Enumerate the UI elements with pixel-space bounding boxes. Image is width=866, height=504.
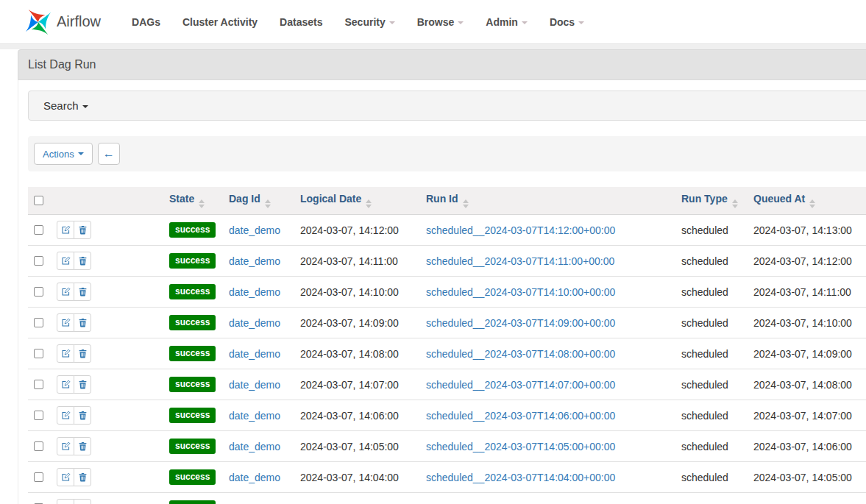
edit-button[interactable] [57,499,74,504]
row-checkbox[interactable] [34,441,43,451]
edit-button[interactable] [57,283,74,301]
row-actions [57,283,91,301]
logical-date-value: 2024-03-07, 14:05:00 [300,441,399,452]
edit-button[interactable] [57,252,74,270]
edit-icon [61,349,71,358]
dag-id-link[interactable]: date_demo [229,410,280,422]
dag-id-link[interactable]: date_demo [229,379,280,391]
delete-button[interactable] [74,499,91,504]
delete-button[interactable] [74,375,91,394]
edit-button[interactable] [57,406,74,425]
nav-item-cluster-activity[interactable]: Cluster Activity [182,16,258,28]
run-id-link[interactable]: scheduled__2024-03-07T14:06:00+00:00 [426,410,615,422]
actions-toolbar: Actions ← [28,136,866,171]
row-actions [57,221,91,239]
table-row: success date_demo 2024-03-07, 14:08:00 s… [28,338,866,369]
nav-item-security[interactable]: Security [344,16,394,28]
status-badge: success [169,253,216,269]
delete-button[interactable] [74,344,91,363]
delete-button[interactable] [74,437,91,455]
queued-at-value: 2024-03-07, 14:11:00 [753,286,851,298]
delete-button[interactable] [74,283,91,301]
column-header-dag-id[interactable]: Dag Id [223,187,294,215]
dag-id-link[interactable]: date_demo [229,348,280,360]
run-id-link[interactable]: scheduled__2024-03-07T14:09:00+00:00 [426,317,615,329]
row-checkbox[interactable] [34,472,43,482]
search-toggle[interactable]: Search [43,99,88,112]
airflow-brand-link[interactable]: Airflow [24,8,101,36]
status-badge: success [169,222,216,238]
run-id-link[interactable]: scheduled__2024-03-07T14:05:00+00:00 [426,441,615,452]
run-id-link[interactable]: scheduled__2024-03-07T14:04:00+00:00 [426,472,615,483]
dag-id-link[interactable]: date_demo [229,472,280,483]
column-header-state[interactable]: State [163,187,223,215]
nav-item-docs[interactable]: Docs [550,16,584,28]
airflow-logo-icon [24,8,52,36]
run-id-link[interactable]: scheduled__2024-03-07T14:08:00+00:00 [426,348,615,360]
column-header-run-id[interactable]: Run Id [420,187,675,215]
sort-up-down-icon [809,199,815,208]
delete-button[interactable] [74,221,91,239]
row-checkbox[interactable] [34,411,43,420]
status-badge: success [169,315,216,330]
run-id-link[interactable]: scheduled__2024-03-07T14:12:00+00:00 [426,224,615,236]
sort-up-down-icon [732,199,738,208]
run-type-value: scheduled [681,348,728,360]
edit-icon [61,472,71,482]
back-button[interactable]: ← [98,143,120,165]
column-header-queued-at[interactable]: Queued At [748,187,866,215]
list-dag-run-panel: List Dag Run Search Actions ← [18,49,866,504]
actions-label: Actions [43,149,74,160]
logical-date-value: 2024-03-07, 14:07:00 [300,379,399,391]
caret-down-icon [389,21,395,24]
row-actions [57,252,91,270]
row-actions [57,437,91,455]
status-badge: success [169,500,216,504]
nav-item-browse[interactable]: Browse [417,16,464,28]
run-type-value: scheduled [681,286,728,298]
dag-id-link[interactable]: date_demo [229,317,280,329]
row-actions [57,375,91,394]
back-arrow-icon: ← [103,147,115,160]
column-header-run-type[interactable]: Run Type [675,187,748,215]
edit-button[interactable] [57,437,74,455]
row-actions [57,468,91,486]
edit-button[interactable] [57,221,74,239]
column-header-logical-date[interactable]: Logical Date [294,187,420,215]
delete-button[interactable] [74,406,91,425]
edit-button[interactable] [57,468,74,486]
row-checkbox[interactable] [34,256,43,266]
row-checkbox[interactable] [34,349,43,358]
trash-icon [78,318,88,327]
delete-button[interactable] [74,468,91,486]
edit-button[interactable] [57,375,74,394]
edit-button[interactable] [57,313,74,332]
dag-id-link[interactable]: date_demo [229,224,280,236]
run-id-link[interactable]: scheduled__2024-03-07T14:10:00+00:00 [426,286,615,298]
nav-item-dags[interactable]: DAGs [132,16,160,28]
run-id-link[interactable]: scheduled__2024-03-07T14:07:00+00:00 [426,379,615,391]
run-id-link[interactable]: scheduled__2024-03-07T14:11:00+00:00 [426,255,614,267]
table-row: success date_demo 2024-03-07, 14:07:00 s… [28,369,866,400]
status-badge: success [169,284,216,299]
logical-date-value: 2024-03-07, 14:08:00 [300,348,399,360]
delete-button[interactable] [74,252,91,270]
logical-date-value: 2024-03-07, 14:11:00 [300,255,398,267]
nav-item-admin[interactable]: Admin [486,16,528,28]
row-checkbox[interactable] [34,318,43,327]
actions-button[interactable]: Actions [34,143,93,165]
delete-button[interactable] [74,313,91,332]
row-actions [57,406,91,425]
dag-id-link[interactable]: date_demo [229,441,280,452]
table-body: success date_demo 2024-03-07, 14:12:00 s… [28,215,866,504]
edit-button[interactable] [57,344,74,363]
table-row: success date_demo 2024-03-07, 14:03:00 s… [28,493,866,504]
select-all-checkbox[interactable] [34,196,43,205]
row-checkbox[interactable] [34,380,43,389]
row-checkbox[interactable] [34,287,43,297]
dag-id-link[interactable]: date_demo [229,286,280,298]
dag-id-link[interactable]: date_demo [229,255,280,267]
status-badge: success [169,408,216,423]
nav-item-datasets[interactable]: Datasets [280,16,322,28]
row-checkbox[interactable] [34,225,43,235]
